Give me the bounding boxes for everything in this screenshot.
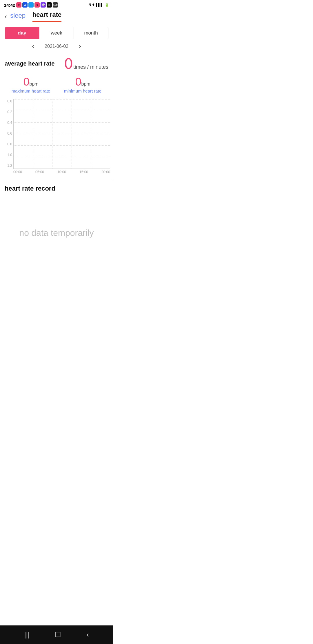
x-label-3: 15:00 [79,170,88,174]
y-label-6: 0.0 [3,99,12,103]
app-icon-100: 100 [53,2,58,8]
record-section: heart rate record no data temporarily [0,179,113,625]
current-date: 2021-06-02 [45,44,68,49]
status-time: 14:42 [4,3,15,8]
back-button[interactable]: ‹ [5,13,7,20]
chart-container: 1.2 1.0 0.8 0.6 0.4 0.2 0.0 [3,99,110,174]
average-heart-rate-unit: times / minutes [73,64,108,70]
nav-back-button[interactable]: ‹ [86,631,89,639]
grid-line-5 [14,157,110,157]
x-label-4: 20:00 [101,170,110,174]
chart-x-labels: 00:00 05:00 10:00 15:00 20:00 [13,169,110,174]
date-navigator: ‹ 2021-06-02 › [0,39,113,50]
nav-home-button[interactable]: ☐ [55,631,61,639]
vert-line-1 [33,99,33,169]
chart-y-axis: 1.2 1.0 0.8 0.6 0.4 0.2 0.0 [3,99,13,174]
header: ‹ sleep heart rate [0,9,113,22]
min-value-group: 0 bpm [75,76,90,87]
grid-line-3 [14,134,110,134]
nfc-icon: N [89,3,91,7]
grid-line-4 [14,145,110,146]
signal-icon: ▌▌▌ [96,3,103,7]
y-label-1: 1.0 [3,153,12,157]
period-tab-day[interactable]: day [5,27,39,39]
record-title: heart rate record [5,185,108,192]
tab-sleep[interactable]: sleep [10,12,26,22]
max-value-group: 0 bpm [23,76,38,87]
max-heart-rate-label: maximum heart rate [12,88,50,93]
average-heart-rate-label: average heart rate [5,60,54,67]
vert-line-2 [52,99,52,169]
app-icon-x: ✕ [47,2,52,8]
app-icon-heart2: ♥ [34,2,40,8]
grid-line-2 [14,122,110,123]
battery-icon: 🔋 [105,3,109,7]
nav-tabs: sleep heart rate [10,11,61,22]
vert-line-3 [72,99,72,169]
period-tab-week[interactable]: week [39,27,74,39]
app-icon-w: W [22,2,28,8]
min-heart-rate-item: 0 bpm minimum heart rate [64,76,101,93]
x-label-2: 10:00 [57,170,66,174]
y-label-4: 0.4 [3,121,12,125]
date-prev-button[interactable]: ‹ [28,43,38,50]
app-icon-ghost: 👻 [41,2,46,8]
min-heart-rate-value: 0 [75,76,81,87]
period-tabs: day week month [5,27,108,39]
chart-body: 00:00 05:00 10:00 15:00 20:00 [13,99,110,174]
vert-line-4 [91,99,91,169]
status-right: N ▾̈ ▌▌▌ 🔋 [89,3,109,7]
status-app-icons: ♥ W 🌐 ♥ 👻 ✕ 100 [16,2,58,8]
heart-rate-chart: 1.2 1.0 0.8 0.6 0.4 0.2 0.0 [3,99,110,174]
x-label-0: 00:00 [13,170,22,174]
minmax-section: 0 bpm maximum heart rate 0 bpm minimum h… [0,72,113,95]
period-tab-month[interactable]: month [74,27,108,39]
bottom-nav: ||| ☐ ‹ [0,625,113,644]
average-heart-rate-value-group: 0 times / minutes [64,56,108,71]
chart-grid [13,99,110,169]
max-heart-rate-value: 0 [23,76,29,87]
y-label-3: 0.6 [3,131,12,135]
wifi-icon: ▾̈ [92,3,94,7]
grid-line-top [14,99,110,100]
tab-heart-rate[interactable]: heart rate [32,11,61,22]
average-heart-rate-value: 0 [64,56,73,71]
min-heart-rate-label: minimum heart rate [64,88,101,93]
no-data-message: no data temporarily [5,192,108,274]
max-heart-rate-unit: bpm [30,82,39,87]
max-heart-rate-item: 0 bpm maximum heart rate [12,76,50,93]
nav-recent-apps-button[interactable]: ||| [24,631,30,639]
app-icon-heart: ♥ [16,2,21,8]
y-label-0: 1.2 [3,164,12,168]
date-next-button[interactable]: › [75,43,85,50]
grid-line-1 [14,111,110,111]
min-heart-rate-unit: bpm [81,82,90,87]
status-bar: 14:42 ♥ W 🌐 ♥ 👻 ✕ 100 N ▾̈ ▌▌▌ 🔋 [0,0,113,9]
average-heart-rate-section: average heart rate 0 times / minutes [0,50,113,72]
y-label-2: 0.8 [3,142,12,146]
status-left: 14:42 ♥ W 🌐 ♥ 👻 ✕ 100 [4,2,58,8]
app-icon-2: 🌐 [28,2,34,8]
x-label-1: 05:00 [35,170,44,174]
y-label-5: 0.2 [3,110,12,114]
